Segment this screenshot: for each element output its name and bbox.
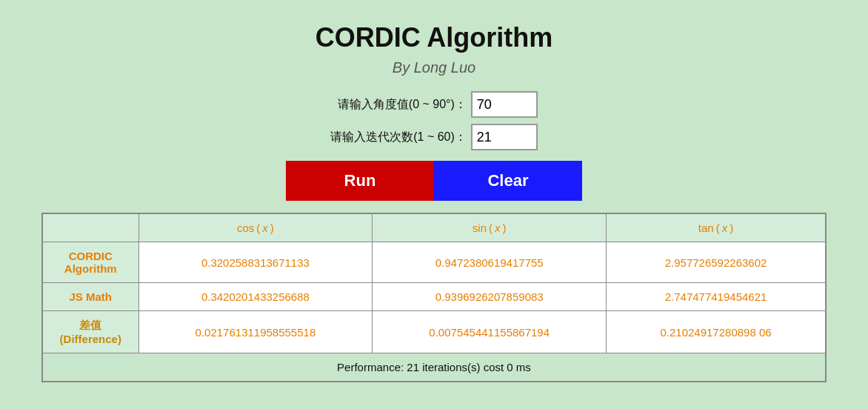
table-row: JS Math 0.3420201433256688 0.93969262078… bbox=[42, 283, 826, 311]
diff-cos: 0.021761311958555518 bbox=[138, 311, 373, 353]
table-row: 差值(Difference) 0.021761311958555518 0.00… bbox=[42, 311, 826, 353]
angle-input[interactable] bbox=[471, 91, 538, 118]
diff-label: 差值(Difference) bbox=[42, 311, 138, 353]
table-row: CORDICAlgorithm 0.3202588313671133 0.947… bbox=[42, 242, 826, 283]
iteration-input[interactable] bbox=[471, 124, 538, 150]
jsmath-cos: 0.3420201433256688 bbox=[138, 283, 373, 311]
col-header-tan: tan ( x ) bbox=[607, 213, 826, 242]
run-button[interactable]: Run bbox=[286, 161, 434, 201]
page-subtitle: By Long Luo bbox=[393, 59, 475, 76]
result-table: cos ( x ) sin ( x ) tan ( x ) CORDICAlgo… bbox=[41, 213, 827, 382]
col-header-sin: sin ( x ) bbox=[373, 213, 607, 242]
iteration-row: 请输入迭代次数(1 ~ 60)： bbox=[330, 124, 538, 150]
col-header-empty bbox=[42, 213, 138, 242]
clear-button[interactable]: Clear bbox=[434, 161, 582, 201]
button-row: Run Clear bbox=[286, 161, 582, 201]
cordic-sin: 0.9472380619417755 bbox=[373, 242, 607, 283]
cordic-cos: 0.3202588313671133 bbox=[138, 242, 373, 283]
input-section: 请输入角度值(0 ~ 90°)： 请输入迭代次数(1 ~ 60)： bbox=[330, 91, 538, 150]
jsmath-label: JS Math bbox=[42, 283, 138, 311]
cordic-tan: 2.957726592263602 bbox=[607, 242, 826, 283]
page-title: CORDIC Algorithm bbox=[316, 22, 553, 53]
angle-row: 请输入角度值(0 ~ 90°)： bbox=[338, 91, 538, 118]
performance-row: Performance: 21 iterations(s) cost 0 ms bbox=[42, 353, 826, 382]
jsmath-sin: 0.9396926207859083 bbox=[373, 283, 607, 311]
jsmath-tan: 2.747477419454621 bbox=[607, 283, 826, 311]
col-header-cos: cos ( x ) bbox=[138, 213, 373, 242]
cordic-label: CORDICAlgorithm bbox=[42, 242, 138, 283]
iteration-label: 请输入迭代次数(1 ~ 60)： bbox=[330, 130, 467, 145]
diff-sin: 0.007545441155867194 bbox=[373, 311, 607, 353]
performance-text: Performance: 21 iterations(s) cost 0 ms bbox=[42, 353, 826, 382]
angle-label: 请输入角度值(0 ~ 90°)： bbox=[338, 97, 467, 113]
diff-tan: 0.21024917280898 06 bbox=[607, 311, 826, 353]
